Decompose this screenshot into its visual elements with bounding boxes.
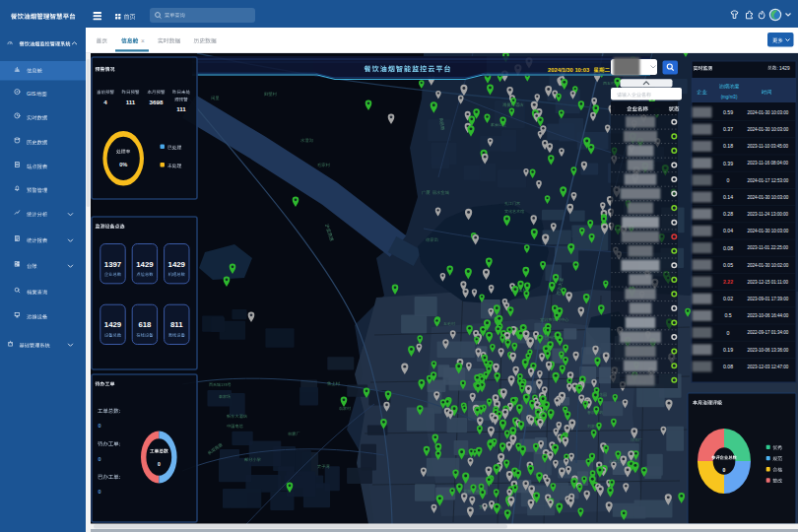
svg-text:0: 0 <box>158 461 161 467</box>
svg-text:0.04: 0.04 <box>723 228 733 233</box>
svg-text:1429: 1429 <box>104 320 122 329</box>
svg-text:(mg/m3): (mg/m3) <box>721 95 738 100</box>
svg-text:0.59: 0.59 <box>723 109 733 115</box>
svg-text:3698: 3698 <box>150 99 164 105</box>
svg-text:0.08: 0.08 <box>723 245 733 251</box>
svg-text:2023-10-06 13:36:00: 2023-10-06 13:36:00 <box>748 348 789 353</box>
svg-text:1397: 1397 <box>104 260 121 269</box>
svg-text:2.22: 2.22 <box>723 279 733 285</box>
svg-text:2024-01-30 10:03:00: 2024-01-30 10:03:00 <box>748 127 789 132</box>
svg-text:2023-11-16 08:04:00: 2023-11-16 08:04:00 <box>748 161 789 166</box>
svg-text:0.14: 0.14 <box>723 194 733 200</box>
svg-text:2023-11-24 13:00:00: 2023-11-24 13:00:00 <box>748 212 789 217</box>
svg-text:2023-09-01 17:39:00: 2023-09-01 17:39:00 <box>748 297 789 301</box>
svg-text:2024-01-17 12:53:00: 2024-01-17 12:53:00 <box>748 178 789 183</box>
svg-text:811: 811 <box>170 320 183 329</box>
svg-text:0: 0 <box>727 330 730 336</box>
svg-text:4: 4 <box>103 99 107 105</box>
svg-text:0.37: 0.37 <box>723 126 733 132</box>
svg-text:1429: 1429 <box>168 260 186 269</box>
svg-text:618: 618 <box>138 320 152 329</box>
svg-text:0.5: 0.5 <box>724 312 731 318</box>
svg-text:2024-01-30 10:02:00: 2024-01-30 10:02:00 <box>748 263 789 268</box>
svg-text:×: × <box>141 37 145 44</box>
svg-text:2023-11-10 03:45:00: 2023-11-10 03:45:00 <box>748 144 789 149</box>
svg-text:0.08: 0.08 <box>723 364 733 369</box>
svg-text:0.28: 0.28 <box>723 211 733 217</box>
svg-text:GIS: GIS <box>27 91 36 97</box>
svg-text:0.05: 0.05 <box>723 262 733 268</box>
svg-text:0: 0 <box>99 423 101 429</box>
svg-text:2023-12-03 12:47:00: 2023-12-03 12:47:00 <box>748 365 789 369</box>
svg-text:2024-01-30 10:03:00: 2024-01-30 10:03:00 <box>748 229 789 233</box>
svg-text:0: 0 <box>723 467 726 473</box>
svg-text:0.39: 0.39 <box>723 161 733 166</box>
svg-text:0.19: 0.19 <box>723 347 733 353</box>
svg-text:0: 0 <box>727 177 730 183</box>
svg-text:2024/1/30 10:03: 2024/1/30 10:03 <box>548 67 590 73</box>
svg-text:111: 111 <box>176 105 186 112</box>
svg-text:2023-12-15 01:11:00: 2023-12-15 01:11:00 <box>748 280 789 285</box>
svg-text:0: 0 <box>99 489 101 495</box>
svg-text:2023-10-06 16:44:00: 2023-10-06 16:44:00 <box>748 313 789 318</box>
svg-text:2024-01-30 10:03:00: 2024-01-30 10:03:00 <box>748 110 789 115</box>
svg-text:111: 111 <box>126 99 136 105</box>
svg-text:0.02: 0.02 <box>723 296 733 301</box>
svg-text:: 1429: : 1429 <box>777 66 790 71</box>
svg-text:0: 0 <box>99 456 101 462</box>
svg-text:2022-09-17 01:34:00: 2022-09-17 01:34:00 <box>748 330 789 335</box>
svg-text:2024-01-30 10:03:00: 2024-01-30 10:03:00 <box>748 195 789 200</box>
svg-text:0%: 0% <box>119 162 127 167</box>
svg-text:2023-11-01 22:25:00: 2023-11-01 22:25:00 <box>748 245 789 250</box>
svg-text:1429: 1429 <box>136 260 154 269</box>
svg-text:0.18: 0.18 <box>723 143 733 149</box>
